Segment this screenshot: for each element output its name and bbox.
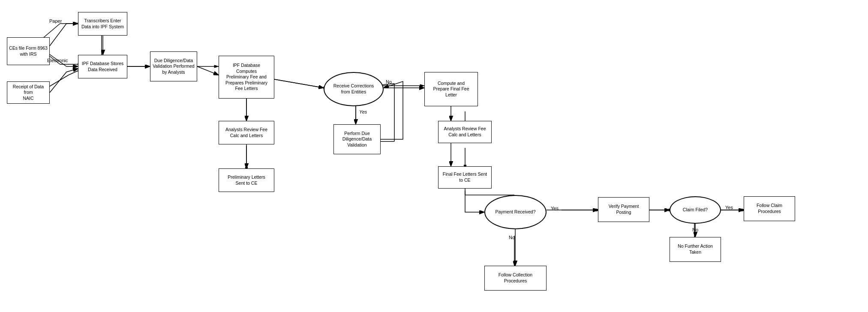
verify-payment-box: Verify Payment Posting <box>598 197 649 222</box>
transcribers-box: Transcribers Enter Data into IPF System <box>78 12 127 36</box>
ces-file-box: CEs file Form 8963 with IRS <box>7 37 50 65</box>
svg-line-44 <box>274 79 324 88</box>
ipf-computes-box: IPF Database Computes Preliminary Fee an… <box>219 56 274 99</box>
follow-collection-box: Follow Collection Procedures <box>484 266 547 291</box>
analysts-review1-box: Analysts Review Fee Calc and Letters <box>219 121 274 144</box>
no-further-box: No Further Action Taken <box>670 237 721 262</box>
main-arrows <box>0 0 868 312</box>
svg-line-9 <box>69 71 78 75</box>
electronic-label: Electronic <box>47 58 68 63</box>
payment-received-ellipse: Payment Received? <box>484 195 547 229</box>
no-label-2: No <box>509 235 515 240</box>
yes-label-3: Yes <box>725 205 733 210</box>
receipt-naic-box: Receipt of Data from NAIC <box>7 81 50 104</box>
yes-label-2: Yes <box>551 206 559 211</box>
preliminary-letters-box: Preliminary Letters Sent to CE <box>219 168 274 192</box>
due-diligence-box: Due Diligence/Data Validation Performed … <box>150 51 197 81</box>
yes-label-1: Yes <box>359 109 367 114</box>
arrows-layer <box>0 0 868 312</box>
final-fee-letters-box: Final Fee Letters Sent to CE <box>438 166 492 189</box>
claim-filed-ellipse: Claim Filed? <box>670 196 721 224</box>
paper-label: Paper <box>49 18 62 24</box>
follow-claim-box: Follow Claim Procedures <box>744 196 795 221</box>
svg-marker-12 <box>146 65 150 68</box>
analysts-review2-box: Analysts Review Fee Calc and Letters <box>438 121 492 143</box>
flowchart-diagram: CEs file Form 8963 with IRS Paper Electr… <box>0 0 868 312</box>
receive-corrections-ellipse: Receive Corrections from Entities <box>324 72 384 106</box>
perform-due-box: Perform Due Diligence/Data Validation <box>333 124 381 154</box>
svg-marker-43 <box>513 261 516 266</box>
ipf-stores-box: IPF Database Stores Data Received <box>78 55 127 78</box>
no-label-3: No <box>692 227 698 232</box>
compute-final-box: Compute and Prepare Final Fee Letter <box>424 72 478 106</box>
no-label-1: No <box>386 79 392 84</box>
svg-line-52 <box>274 79 324 88</box>
svg-marker-14 <box>214 65 219 68</box>
svg-line-49 <box>197 66 219 75</box>
svg-marker-20 <box>420 84 424 87</box>
